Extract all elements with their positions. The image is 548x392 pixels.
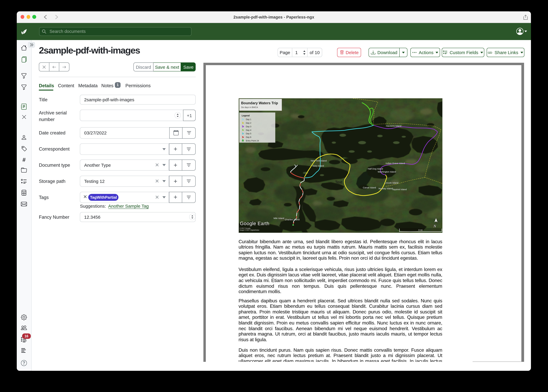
svg-text:Google Earth: Google Earth — [240, 221, 269, 226]
svg-text:Image © 2017 DigitalGlobe: Image © 2017 DigitalGlobe — [239, 229, 259, 231]
svg-text:Canoe Island: Canoe Island — [363, 186, 376, 189]
svg-text:N: N — [433, 224, 436, 228]
svg-text:Day 1: Day 1 — [246, 118, 251, 120]
svg-text:Hausons Island: Hausons Island — [386, 125, 401, 127]
svg-text:Washington Island: Washington Island — [377, 171, 396, 173]
svg-text:3 mi: 3 mi — [418, 229, 422, 231]
svg-text:Boundary Waters Trip: Boundary Waters Trip — [241, 101, 278, 105]
svg-text:Six days in BWCA: Six days in BWCA — [241, 106, 258, 108]
svg-text:Gary Island: Gary Island — [312, 165, 324, 167]
svg-text:Day 2: Day 2 — [246, 122, 251, 124]
svg-text:Day 5: Day 5 — [246, 132, 251, 135]
svg-text:Day 3: Day 3 — [246, 125, 251, 128]
svg-text:Half Dog Island: Half Dog Island — [368, 168, 383, 170]
svg-text:Mile Island: Mile Island — [274, 217, 284, 219]
svg-text:Norway Island: Norway Island — [378, 187, 392, 190]
svg-text:Entry Point 24: Entry Point 24 — [246, 140, 259, 142]
svg-text:Day 6: Day 6 — [246, 136, 251, 138]
svg-text:© 2017 Google: © 2017 Google — [239, 227, 251, 229]
svg-text:Indian Grave Island: Indian Grave Island — [385, 162, 405, 164]
svg-text:Lincoln Island: Lincoln Island — [384, 182, 398, 184]
svg-text:Day 4: Day 4 — [246, 129, 251, 131]
svg-text:Squirrel Island: Squirrel Island — [392, 188, 406, 191]
svg-text:Text: Text — [335, 180, 342, 184]
svg-text:Legend: Legend — [242, 114, 249, 117]
svg-text:New York Island: New York Island — [310, 160, 326, 162]
svg-text:Charlies Island: Charlies Island — [285, 218, 300, 221]
